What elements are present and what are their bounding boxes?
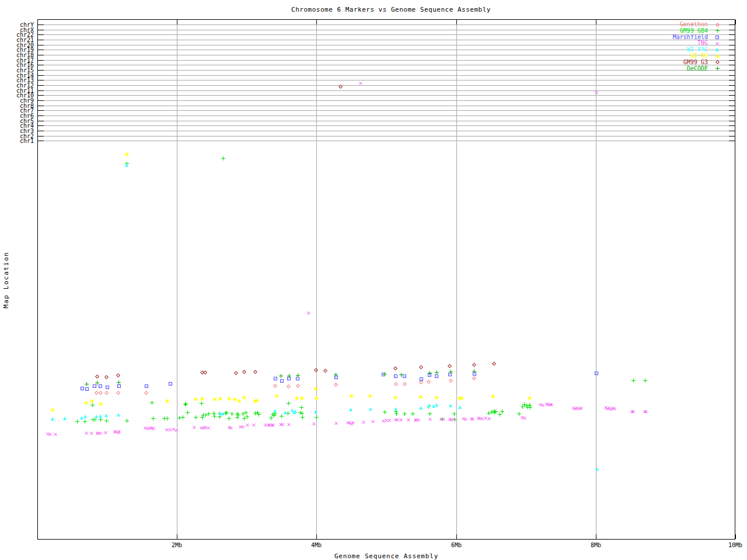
point-decode (448, 369, 453, 374)
x-tick-bottom (735, 534, 736, 539)
point-gm99_gb4 (151, 416, 156, 421)
point-gm99_g3 (491, 361, 496, 366)
point-genethon (99, 390, 103, 395)
screenshot-root: { "canvas":{"width":1280,"height":960,"b… (0, 0, 747, 560)
point-wi_yac (99, 414, 103, 418)
point-gm99_g3 (448, 363, 452, 368)
point-gm99_g3 (323, 368, 328, 373)
point-gm99_gb4 (452, 411, 456, 416)
point-decode (287, 373, 292, 378)
point-gm99_gb4 (181, 415, 186, 419)
point-marshfield (144, 384, 149, 388)
point-gm99_g3 (116, 373, 121, 377)
point-decode (399, 372, 403, 377)
point-gm99_gb4 (165, 416, 169, 421)
point-gm99_g3 (104, 374, 109, 379)
point-wi_yac (394, 407, 399, 411)
x-tick-label: 10Mb (724, 542, 747, 548)
point-gm99_gb4 (500, 409, 505, 414)
point-wi_yac (595, 467, 599, 471)
point-marshfield (393, 374, 398, 379)
y-tick-label: chr1 (0, 138, 34, 144)
point-gm99_g3 (234, 370, 239, 375)
point-gm99_gb4 (715, 29, 720, 33)
point-gm99_gb4 (185, 410, 190, 415)
point-gm99_gb4 (149, 400, 154, 405)
point-marshfield (117, 384, 121, 388)
point-wi_yac (348, 407, 353, 412)
point-marshfield (434, 374, 439, 379)
point-gm99_gb4 (256, 412, 261, 416)
point-gm99_gb4 (212, 414, 217, 418)
point-decode (427, 370, 432, 375)
point-decode (383, 372, 388, 376)
point-wi_yac (715, 47, 720, 52)
point-gm99_gb4 (410, 411, 415, 416)
point-genethon (715, 22, 720, 27)
point-gm99_g3 (338, 84, 343, 89)
point-decode (278, 373, 283, 378)
point-wi_yac (117, 412, 121, 417)
point-gm99_gb4 (245, 414, 250, 419)
x-tick-label: 4Mb (305, 542, 328, 548)
point-genethon (334, 382, 338, 387)
point-gm99_g3 (715, 60, 720, 65)
point-marshfield (594, 371, 599, 376)
point-gm99_g3 (393, 366, 398, 370)
point-gm99_gb4 (227, 416, 232, 421)
point-wi_yac (284, 410, 288, 415)
point-gm99_gb4 (631, 378, 636, 383)
point-marshfield (168, 382, 173, 386)
point-gm99_g3 (253, 369, 257, 374)
point-gm99_gb4 (299, 405, 303, 410)
point-wi_yac (63, 416, 68, 421)
x-tick-top (735, 20, 736, 24)
point-wi_yac (83, 414, 88, 419)
plot-area: chrYchrXchr22chr21chr20chr19chr18chr17ch… (0, 0, 747, 560)
point-wi_yac (458, 405, 463, 410)
point-wi_yac (124, 163, 129, 167)
point-wi_yac (294, 409, 298, 414)
point-decode (117, 380, 121, 384)
point-decode (295, 373, 300, 377)
point-gm99_gb4 (230, 411, 235, 416)
point-gm99_gb4 (206, 411, 211, 416)
point-genethon (144, 390, 149, 395)
point-gm99_g3 (95, 374, 100, 379)
point-wi_yac (104, 413, 109, 418)
point-marshfield (715, 35, 720, 40)
point-gm99_gb4 (287, 401, 291, 405)
point-gm99_gb4 (184, 401, 189, 406)
point-gm99_gb4 (528, 405, 532, 410)
point-wi_yac (419, 405, 424, 410)
plot-border (37, 19, 735, 540)
point-gm99_gb4 (395, 411, 399, 416)
point-gm99_gb4 (314, 415, 319, 419)
point-wi_yac (369, 407, 374, 411)
point-gm99_gb4 (643, 378, 648, 383)
point-genethon (448, 378, 453, 383)
point-marshfield (105, 385, 110, 390)
point-genethon (472, 376, 477, 380)
point-decode (85, 382, 89, 386)
point-gm99_gb4 (193, 415, 198, 419)
point-wi_yac (448, 403, 453, 408)
point-gm99_g3 (203, 370, 207, 374)
point-genethon (116, 390, 121, 395)
point-decode (95, 380, 100, 385)
point-gm99_g3 (242, 369, 246, 374)
point-wi_yac (313, 410, 318, 414)
point-gm99_g3 (472, 362, 477, 367)
point-marshfield (419, 377, 424, 382)
point-gm99_g3 (313, 368, 318, 372)
legend-label-decode: DeCODE (615, 65, 708, 72)
point-gm99_gb4 (124, 418, 129, 423)
point-genethon (273, 383, 278, 388)
point-marshfield (80, 386, 85, 391)
point-genethon (402, 382, 407, 386)
point-genethon (287, 384, 291, 388)
x-tick-label: 6Mb (445, 542, 468, 548)
point-gm99_gb4 (75, 419, 79, 424)
point-genethon (295, 383, 300, 388)
point-wi_yac (434, 402, 439, 407)
